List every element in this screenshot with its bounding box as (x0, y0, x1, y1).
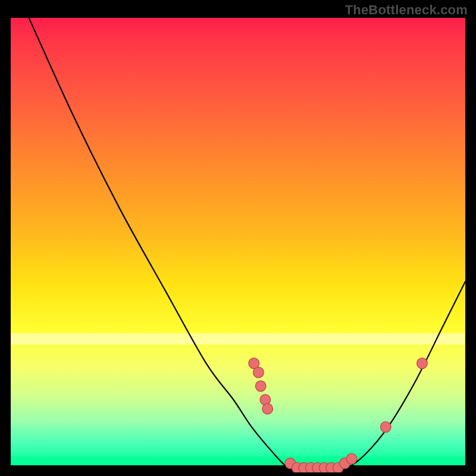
plot-frame (11, 18, 465, 465)
marker-point (253, 367, 264, 378)
marker-point (417, 358, 428, 369)
markers-layer (11, 18, 465, 472)
markers-group (249, 358, 427, 472)
marker-point (262, 403, 273, 414)
chart-root: TheBottleneck.com (0, 0, 476, 476)
marker-point (346, 453, 357, 464)
plot-area (11, 18, 465, 465)
marker-point (381, 422, 392, 433)
marker-point (255, 381, 266, 392)
watermark-text: TheBottleneck.com (345, 2, 468, 18)
